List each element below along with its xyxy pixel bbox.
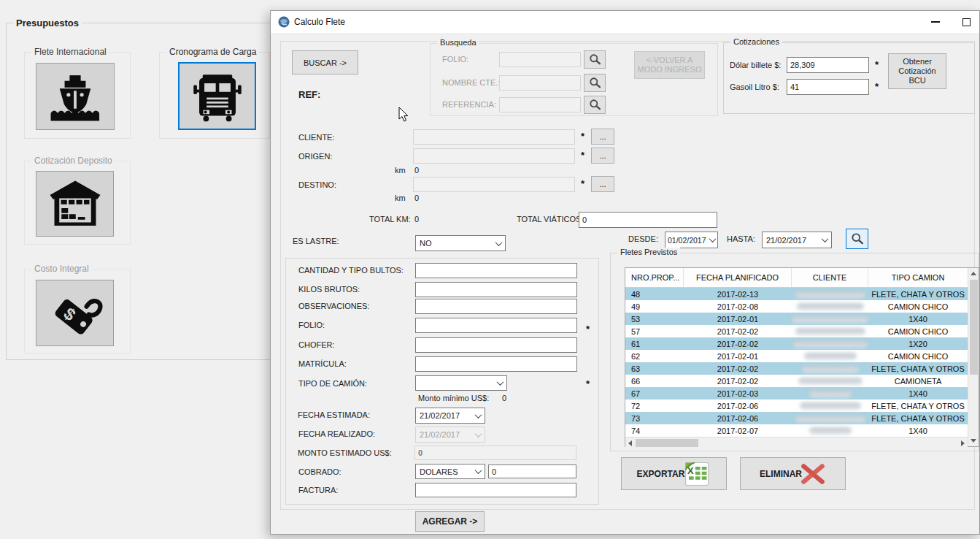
vertical-scrollbar-thumb[interactable] bbox=[970, 280, 978, 375]
origen-browse-button[interactable]: ... bbox=[591, 148, 614, 164]
cliente-browse-button[interactable]: ... bbox=[591, 129, 614, 145]
flete-internacional-button[interactable] bbox=[36, 63, 115, 130]
maximize-button[interactable] bbox=[952, 11, 980, 33]
chofer-input[interactable] bbox=[415, 337, 577, 353]
destino-input[interactable] bbox=[413, 177, 575, 192]
volver-modo-ingreso-button[interactable]: <-VOLVER A MODO INGRESO bbox=[634, 51, 705, 79]
exportar-button[interactable]: EXPORTAR X bbox=[621, 457, 727, 490]
monto-minimo-label: Monto mínimo US$: bbox=[418, 394, 489, 402]
redacted-client bbox=[800, 402, 861, 410]
eliminar-button[interactable]: ELIMINAR bbox=[740, 457, 846, 490]
referencia-input[interactable] bbox=[499, 97, 581, 112]
titlebar[interactable]: Calculo Flete bbox=[271, 11, 979, 33]
tipo-camion-label: TIPO DE CAMIÓN: bbox=[298, 379, 367, 388]
table-row[interactable]: 612017-02-021X20 bbox=[625, 337, 968, 350]
col-fecha-planificado[interactable]: FECHA PLANIFICADO bbox=[684, 268, 792, 287]
chevron-down-icon bbox=[475, 411, 482, 418]
observaciones-input[interactable] bbox=[415, 299, 577, 314]
minimize-button[interactable] bbox=[919, 11, 952, 33]
tipo-camion-select[interactable] bbox=[415, 375, 507, 391]
redacted-client bbox=[798, 378, 863, 385]
col-tipo-camion[interactable]: TIPO CAMION bbox=[868, 268, 968, 287]
red-x-icon bbox=[800, 464, 826, 484]
cantidad-bultos-input[interactable] bbox=[415, 263, 577, 278]
folio-search-button[interactable] bbox=[584, 50, 606, 69]
fecha-realizado-value: 21/02/2017 bbox=[420, 430, 460, 439]
horizontal-scrollbar-thumb[interactable] bbox=[636, 439, 698, 447]
redacted-client bbox=[797, 303, 864, 310]
buscar-fletes-button[interactable] bbox=[846, 229, 868, 249]
destino-required-star: * bbox=[581, 178, 584, 189]
minimize-icon bbox=[931, 21, 940, 23]
factura-input[interactable] bbox=[415, 483, 576, 497]
table-row[interactable]: 482017-02-13FLETE, CHATA Y OTROS bbox=[625, 288, 968, 300]
desde-select[interactable]: 01/02/2017 bbox=[665, 232, 718, 248]
table-row[interactable]: 732017-02-06FLETE, CHATA Y OTROS bbox=[625, 412, 968, 424]
volver-line1: <-VOLVER A bbox=[647, 56, 693, 65]
dolar-billete-input[interactable]: 28,309 bbox=[787, 57, 869, 73]
redacted-client bbox=[795, 328, 865, 335]
table-row[interactable]: 662017-02-02CAMIONETA bbox=[625, 375, 968, 387]
cobrado-moneda-select[interactable]: DOLARES bbox=[415, 464, 485, 479]
table-row[interactable]: 532017-02-011X40 bbox=[625, 313, 968, 325]
table-row[interactable]: 572017-02-02CAMION CHICO bbox=[625, 325, 968, 337]
table-row[interactable]: 632017-02-02FLETE, CHATA Y OTROS bbox=[625, 362, 968, 375]
cantidad-bultos-label: CANTIDAD Y TIPO BULTOS: bbox=[298, 266, 404, 275]
nombre-cte-input[interactable] bbox=[499, 75, 581, 91]
excel-sheet-icon: X bbox=[682, 460, 711, 488]
total-viaticos-label: TOTAL VIÁTICOS: bbox=[517, 215, 583, 223]
km-destino-value: 0 bbox=[414, 194, 419, 202]
shortcut-cotizacion-deposito-label: Cotización Deposito bbox=[31, 156, 115, 166]
hasta-select[interactable]: 21/02/2017 bbox=[762, 232, 832, 248]
cliente-input[interactable] bbox=[413, 129, 575, 145]
matricula-input[interactable] bbox=[415, 356, 577, 372]
es-lastre-value: NO bbox=[420, 239, 432, 248]
referencia-search-button[interactable] bbox=[584, 96, 606, 114]
costo-integral-button[interactable]: $ bbox=[36, 280, 114, 346]
fletes-previstos-title: Fletes Previstos bbox=[617, 248, 680, 256]
table-row[interactable]: 672017-02-031X40 bbox=[625, 387, 968, 400]
obtener-cotizacion-bcu-button[interactable]: Obtener Cotización BCU bbox=[888, 53, 946, 89]
horizontal-scrollbar[interactable] bbox=[625, 437, 968, 449]
cobrado-monto-input[interactable]: 0 bbox=[488, 465, 576, 478]
chofer-label: CHOFER: bbox=[298, 340, 335, 349]
cronograma-de-carga-button[interactable] bbox=[178, 62, 256, 130]
total-viaticos-input[interactable]: 0 bbox=[579, 212, 717, 228]
col-cliente[interactable]: CLIENTE bbox=[792, 268, 868, 287]
nombre-cte-search-button[interactable] bbox=[584, 74, 606, 92]
col-nro-prop[interactable]: NRO.PROP... bbox=[625, 268, 684, 287]
globe-icon bbox=[278, 16, 290, 28]
es-lastre-label: ES LASTRE: bbox=[293, 237, 339, 245]
dolar-required-star: * bbox=[875, 59, 879, 70]
agregar-button[interactable]: AGREGAR -> bbox=[415, 511, 485, 532]
busqueda-title: Busqueda bbox=[437, 38, 479, 47]
factura-label: FACTURA: bbox=[298, 486, 338, 494]
fecha-estimada-select[interactable]: 21/02/2017 bbox=[415, 408, 485, 424]
kilos-brutos-input[interactable] bbox=[415, 282, 577, 297]
fecha-realizado-select[interactable]: 21/02/2017 bbox=[415, 427, 485, 443]
origen-input[interactable] bbox=[413, 148, 575, 164]
monto-estimado-input[interactable]: 0 bbox=[414, 446, 576, 460]
folio-search-label: FOLIO: bbox=[442, 55, 468, 64]
vertical-scrollbar[interactable] bbox=[968, 268, 979, 446]
destino-label: DESTINO: bbox=[298, 180, 336, 189]
cliente-label: CLIENTE: bbox=[298, 133, 335, 142]
truck-icon bbox=[189, 68, 246, 125]
table-row[interactable]: 622017-02-01CAMION CHICO bbox=[625, 350, 968, 362]
cotizacion-deposito-button[interactable] bbox=[36, 171, 114, 237]
destino-browse-button[interactable]: ... bbox=[591, 176, 614, 192]
buscar-button[interactable]: BUSCAR -> bbox=[292, 50, 358, 74]
redacted-client bbox=[792, 316, 868, 323]
gasoil-input[interactable]: 41 bbox=[787, 79, 869, 95]
total-km-label: TOTAL KM: bbox=[369, 215, 411, 223]
es-lastre-select[interactable]: NO bbox=[415, 235, 506, 251]
table-row[interactable]: 722017-02-06FLETE, CHATA Y OTROS bbox=[625, 400, 968, 412]
folio-search-input[interactable] bbox=[499, 52, 581, 67]
volver-line2: MODO INGRESO bbox=[637, 65, 701, 74]
hasta-label: HASTA: bbox=[727, 234, 755, 243]
mouse-cursor bbox=[398, 107, 409, 123]
table-row[interactable]: 492017-02-08CAMION CHICO bbox=[625, 300, 968, 313]
obtener-line1: Obtener bbox=[903, 57, 932, 66]
table-row[interactable]: 742017-02-071X40 bbox=[625, 424, 968, 437]
folio-input[interactable] bbox=[415, 318, 577, 333]
